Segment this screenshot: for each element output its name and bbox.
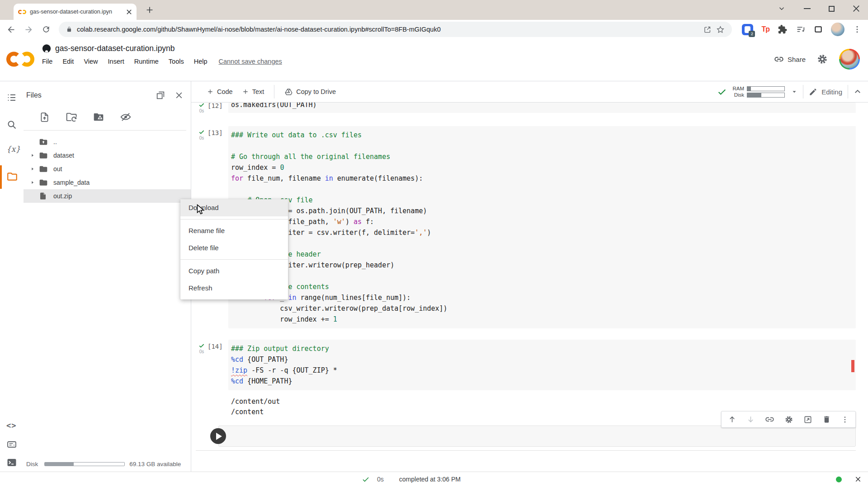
file-name: dataset [53, 152, 74, 159]
file-tree-item-sample-data[interactable]: sample_data [24, 176, 191, 189]
context-menu-item-delete-file[interactable]: Delete file [180, 239, 288, 257]
window-maximize-button[interactable] [829, 6, 835, 12]
context-menu-item-copy-path[interactable]: Copy path [180, 262, 288, 280]
share-page-icon[interactable] [703, 25, 712, 34]
caret-slot [26, 153, 39, 158]
code-editor[interactable]: ### Write out data to .csv files # Go th… [228, 126, 856, 328]
empty-code-cell[interactable] [196, 425, 856, 451]
context-menu-item-rename-file[interactable]: Rename file [180, 222, 288, 239]
file-tree-item-out[interactable]: out [24, 162, 191, 176]
refresh-folder-icon[interactable] [66, 111, 77, 123]
menu-runtime[interactable]: Runtime [129, 56, 164, 67]
code-editor[interactable]: os.makedirs(OUT_PATH) [228, 103, 856, 113]
settings-gear-icon[interactable] [816, 53, 828, 65]
popout-panel-icon[interactable] [156, 90, 165, 100]
mirror-cell-icon[interactable] [803, 415, 812, 424]
sidebar-rail: {x} <> [0, 81, 24, 472]
window-minimize-button[interactable] [804, 8, 811, 9]
editing-mode-button[interactable]: Editing [809, 88, 842, 96]
reload-icon[interactable] [42, 25, 51, 34]
menu-file[interactable]: File [37, 56, 57, 67]
browser-menu-kebab-icon[interactable] [853, 25, 862, 34]
code-cell-13: 0s[13]### Write out data to .csv files #… [196, 126, 856, 328]
extensions-puzzle-icon[interactable] [778, 24, 788, 34]
code-snippets-icon[interactable]: <> [6, 421, 16, 430]
expand-caret-icon[interactable] [30, 167, 35, 171]
file-tree-item-out-zip[interactable]: out.zip [24, 189, 191, 203]
add-code-button[interactable]: Code [202, 85, 237, 98]
tab-close-icon[interactable] [126, 9, 132, 15]
delete-cell-trash-icon[interactable] [822, 415, 831, 424]
copy-link-to-cell-icon[interactable] [765, 415, 774, 424]
extension-badge: 2 [749, 31, 755, 37]
files-folder-icon[interactable] [6, 171, 18, 182]
window-chevron-down-icon[interactable] [778, 5, 786, 13]
colab-header: gas-sensor-dataset-curation.ipynb FileEd… [0, 39, 868, 81]
hidden-files-eye-icon[interactable] [120, 111, 132, 123]
menu-bar: FileEditViewInsertRuntimeToolsHelp Canno… [37, 56, 282, 67]
move-cell-up-icon[interactable] [728, 415, 736, 424]
file-tree-item-dataset[interactable]: dataset [24, 149, 191, 162]
command-palette-icon[interactable] [6, 439, 17, 450]
media-playlist-icon[interactable] [796, 24, 806, 34]
menu-edit[interactable]: Edit [57, 56, 79, 67]
menu-tools[interactable]: Tools [164, 56, 189, 67]
add-text-button[interactable]: Text [237, 85, 269, 98]
run-cell-button[interactable] [210, 428, 226, 444]
copy-to-drive-button[interactable]: Copy to Drive [280, 85, 340, 99]
toolbar-divider [848, 85, 848, 98]
close-panel-icon[interactable] [175, 91, 184, 100]
cell-toolbar [721, 411, 856, 428]
disk-usage-label: Disk [26, 461, 38, 467]
folder-icon [39, 178, 49, 187]
cell-gutter: 0s[14] [196, 340, 228, 390]
folder-icon [39, 151, 49, 160]
collapse-header-chevron-icon[interactable] [854, 88, 862, 96]
url-omnibox[interactable]: colab.research.google.com/github/ShawnHy… [59, 22, 732, 37]
more-cell-actions-kebab-icon[interactable] [841, 416, 849, 424]
table-of-contents-icon[interactable] [6, 92, 17, 103]
share-button[interactable]: Share [774, 54, 806, 64]
mount-drive-icon[interactable] [93, 111, 104, 123]
extension-shield-icon[interactable]: 2 [742, 24, 753, 35]
variables-icon[interactable]: {x} [6, 145, 20, 154]
user-avatar[interactable] [839, 49, 860, 70]
search-icon[interactable] [6, 119, 17, 130]
terminal-icon[interactable] [6, 457, 17, 468]
colab-logo[interactable] [6, 49, 34, 70]
new-tab-button[interactable] [145, 5, 155, 15]
forward-icon[interactable] [24, 25, 33, 34]
side-panel-icon[interactable] [814, 25, 823, 34]
files-panel: Files ..datasetoutsample_dataout.zip Dis… [24, 81, 191, 472]
notebook-title[interactable]: gas-sensor-dataset-curation.ipynb [55, 44, 175, 53]
resources-indicator[interactable]: RAM Disk [717, 86, 797, 98]
dismiss-status-icon[interactable] [854, 476, 862, 483]
file-icon [39, 192, 49, 200]
bookmark-star-icon[interactable] [716, 25, 725, 34]
browser-tab-strip: gas-sensor-dataset-curation.ipyn [0, 0, 868, 20]
window-close-button[interactable] [853, 5, 860, 12]
extension-tp-icon[interactable]: Tp [761, 25, 769, 33]
expand-caret-icon[interactable] [30, 180, 35, 185]
upload-file-icon[interactable] [39, 112, 50, 123]
connected-check-icon [717, 87, 727, 97]
execution-count[interactable]: [14] [208, 342, 223, 350]
resources-dropdown-icon[interactable] [791, 89, 797, 95]
code-cell-14: 0s[14]### Zip output directory %cd {OUT_… [196, 340, 856, 417]
context-menu-item-refresh[interactable]: Refresh [180, 280, 288, 297]
menu-view[interactable]: View [79, 56, 103, 67]
execution-count[interactable]: [12] [208, 103, 223, 109]
menu-help[interactable]: Help [189, 56, 212, 67]
move-cell-down-icon[interactable] [746, 415, 755, 424]
save-status-link[interactable]: Cannot save changes [219, 58, 282, 65]
cell-settings-gear-icon[interactable] [784, 415, 793, 424]
menu-insert[interactable]: Insert [103, 56, 129, 67]
code-input-area[interactable] [218, 425, 856, 447]
browser-tab[interactable]: gas-sensor-dataset-curation.ipyn [14, 4, 137, 20]
execution-count[interactable]: [13] [208, 129, 223, 136]
file-tree-item-[interactable]: .. [24, 135, 191, 149]
code-editor[interactable]: ### Zip output directory %cd {OUT_PATH} … [228, 340, 856, 390]
browser-profile-avatar[interactable] [831, 23, 844, 36]
back-icon[interactable] [6, 25, 16, 34]
expand-caret-icon[interactable] [30, 153, 35, 158]
